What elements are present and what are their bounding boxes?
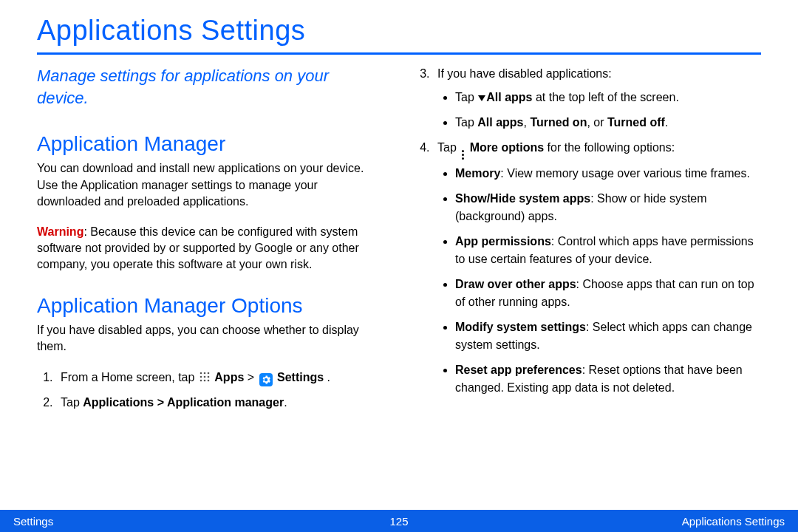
bold: Turned on [530, 116, 587, 129]
list-item: From a Home screen, tap Apps > [56, 369, 384, 386]
step-text: If you have disabled applications: [437, 67, 612, 80]
step-text: . [327, 371, 330, 383]
bold: Memory [455, 167, 500, 180]
text: Tap [455, 116, 477, 129]
list-item: Show/Hide system apps: Show or hide syst… [455, 190, 761, 225]
bold: All apps [477, 116, 523, 129]
apps-grid-icon [200, 372, 210, 382]
list-item: Tap Applications > Application manager. [56, 394, 384, 412]
svg-point-5 [208, 376, 210, 378]
svg-point-4 [204, 376, 206, 378]
step-bold: Settings [277, 371, 324, 383]
warning-text: Warning: Because this device can be conf… [37, 224, 384, 273]
bold: Draw over other apps [455, 278, 576, 290]
page-title: Applications Settings [37, 15, 761, 47]
text: : View memory usage over various time fr… [500, 167, 750, 180]
two-column-layout: Manage settings for applications on your… [37, 65, 761, 419]
ordered-steps-right: If you have disabled applications: Tap A… [414, 65, 761, 397]
text: at the top left of the screen. [532, 91, 678, 103]
list-item: If you have disabled applications: Tap A… [433, 65, 761, 132]
dropdown-triangle-icon [478, 95, 485, 101]
svg-point-8 [208, 380, 210, 382]
ordered-steps-left: From a Home screen, tap Apps > [37, 369, 384, 412]
text: for the following options: [544, 141, 675, 154]
footer-page-number: 125 [389, 515, 408, 528]
sub-bullets: Tap All apps at the top left of the scre… [437, 89, 761, 132]
step-bold: Apps [214, 371, 244, 383]
text: Tap [437, 141, 460, 154]
step-text: > [248, 371, 258, 383]
bold: Show/Hide system apps [455, 192, 590, 205]
list-item: Draw over other apps: Choose apps that c… [455, 276, 761, 311]
step-bold: Applications > Application manager [83, 396, 284, 409]
section-heading: Application Manager Options [37, 294, 384, 318]
bold: App permissions [455, 235, 551, 248]
title-rule [37, 52, 761, 55]
svg-point-1 [204, 372, 206, 375]
svg-point-3 [200, 376, 202, 378]
bold: Turned off [607, 116, 665, 129]
svg-point-7 [204, 380, 206, 382]
text: Tap [455, 91, 477, 103]
step-text: Tap [61, 396, 83, 409]
step-text: From a Home screen, tap [61, 371, 198, 383]
list-item: Tap All apps at the top left of the scre… [455, 89, 761, 106]
sub-bullets: Memory: View memory usage over various t… [437, 165, 761, 397]
footer-right: Applications Settings [682, 515, 785, 528]
bold: More options [470, 141, 544, 154]
svg-point-2 [208, 372, 210, 375]
text: . [665, 116, 668, 129]
body-text: You can download and install new applica… [37, 160, 384, 210]
more-options-icon [462, 150, 464, 160]
page-footer: Settings 125 Applications Settings [0, 510, 798, 532]
step-text: . [284, 396, 287, 409]
right-column: If you have disabled applications: Tap A… [414, 65, 761, 419]
document-page: Applications Settings Manage settings fo… [0, 0, 798, 532]
list-item: Memory: View memory usage over various t… [455, 165, 761, 183]
text: , or [587, 116, 607, 129]
body-text: If you have disabled apps, you can choos… [37, 322, 384, 355]
page-subtitle: Manage settings for applications on your… [37, 65, 384, 109]
settings-gear-icon [259, 373, 273, 386]
warning-body: : Because this device can be configured … [37, 225, 359, 271]
section-heading: Application Manager [37, 132, 384, 156]
left-column: Manage settings for applications on your… [37, 65, 384, 419]
list-item: Modify system settings: Select which app… [455, 318, 761, 354]
bold: All apps [486, 91, 532, 103]
footer-left: Settings [13, 515, 53, 528]
bold: Reset app preferences [455, 364, 582, 376]
list-item: App permissions: Control which apps have… [455, 233, 761, 268]
svg-point-0 [200, 372, 202, 375]
list-item: Tap All apps, Turned on, or Turned off. [455, 114, 761, 132]
warning-label: Warning [37, 225, 83, 238]
list-item: Reset app preferences: Reset options tha… [455, 361, 761, 397]
bold: Modify system settings [455, 321, 586, 333]
svg-point-6 [200, 380, 202, 382]
list-item: Tap More options for the following optio… [433, 139, 761, 397]
